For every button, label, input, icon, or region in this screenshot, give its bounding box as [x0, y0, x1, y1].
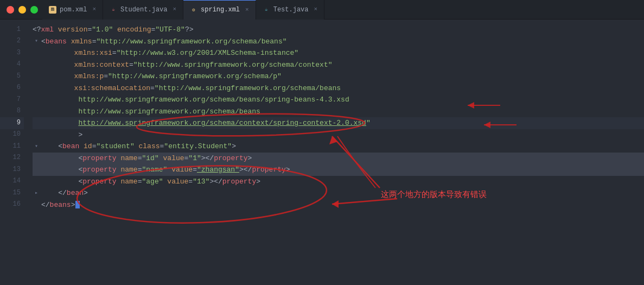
- code-line-6: xsi:schemaLocation="http://www.springfra…: [33, 83, 644, 94]
- tab-test-java-close[interactable]: ×: [314, 7, 318, 12]
- tab-spring-xml-close[interactable]: ×: [245, 7, 249, 13]
- line-num-1: 1: [0, 24, 24, 36]
- tab-test-java[interactable]: ☕ Test.java ×: [256, 0, 324, 20]
- annotation-text: 这两个地方的版本导致有错误: [381, 188, 487, 201]
- tab-test-java-label: Test.java: [273, 6, 309, 14]
- code-line-2: ▾<beans xmlns="http://www.springframewor…: [33, 36, 644, 48]
- line-num-7: 7: [0, 94, 24, 106]
- test-java-icon: ☕: [263, 6, 270, 14]
- line-num-4: 4: [0, 59, 24, 71]
- minimize-btn[interactable]: [18, 6, 26, 14]
- line-numbers: 1 2 3 4 5 6 7 8 9 10 11 12 13 14 15 16: [0, 20, 28, 285]
- code-line-14: <property name="age" value="13"></proper…: [33, 176, 644, 188]
- code-content[interactable]: <?xml version="1.0" encoding="UTF-8"?> ▾…: [28, 20, 644, 285]
- code-line-16: ▸</beans>: [33, 199, 644, 211]
- line-num-8: 8: [0, 106, 24, 118]
- code-line-5: xmlns:p="http://www.springframework.org/…: [33, 71, 644, 83]
- line-num-3: 3: [0, 47, 24, 59]
- tab-student-java-label: Student.java: [120, 6, 167, 14]
- line-num-5: 5: [0, 71, 24, 83]
- code-line-4: xmlns:context="http://www.springframewor…: [33, 59, 644, 71]
- tab-spring-xml-label: spring.xml: [201, 6, 240, 14]
- line-num-16: 16: [0, 199, 24, 211]
- pom-xml-icon: m: [49, 6, 56, 14]
- tab-bar: m pom.xml × ☕ Student.java × ⚙ spring.xm…: [0, 0, 644, 20]
- line-num-11: 11: [0, 141, 24, 153]
- tab-student-java-close[interactable]: ×: [173, 7, 176, 12]
- tab-pom-xml[interactable]: m pom.xml ×: [42, 0, 103, 20]
- code-line-3: xmlns:xsi="http://www.w3.org/2001/XMLSch…: [33, 47, 644, 59]
- code-line-10: >: [33, 129, 644, 141]
- tab-pom-xml-close[interactable]: ×: [92, 7, 96, 12]
- code-line-1: <?xml version="1.0" encoding="UTF-8"?>: [33, 24, 644, 36]
- code-line-11: ▾ <bean id="student" class="entity.Stude…: [33, 141, 644, 153]
- code-line-13: <property name="name" value="zhangsan"><…: [33, 164, 644, 176]
- student-java-icon: ☕: [110, 6, 117, 14]
- code-line-8: http://www.springframework.org/schema/be…: [33, 106, 644, 118]
- editor: 1 2 3 4 5 6 7 8 9 10 11 12 13 14 15 16 <…: [0, 20, 644, 285]
- line-num-10: 10: [0, 129, 24, 141]
- expand-btn[interactable]: [30, 6, 38, 14]
- fold-arrow-11[interactable]: ▾: [33, 143, 40, 150]
- code-line-15: ▸ </bean>: [33, 187, 644, 199]
- code-line-12: <property name="id" value="1"></property…: [33, 153, 644, 164]
- tab-spring-xml[interactable]: ⚙ spring.xml ×: [183, 0, 256, 20]
- line-num-14: 14: [0, 176, 24, 188]
- app-container: m pom.xml × ☕ Student.java × ⚙ spring.xm…: [0, 0, 644, 285]
- line-num-9: 9: [0, 117, 24, 129]
- line-num-6: 6: [0, 83, 24, 94]
- code-line-9: http://www.springframework.org/schema/co…: [33, 117, 644, 129]
- fold-arrow-15[interactable]: ▸: [33, 189, 40, 197]
- tab-student-java[interactable]: ☕ Student.java ×: [103, 0, 183, 20]
- close-btn[interactable]: [7, 6, 14, 14]
- window-controls: [2, 6, 42, 14]
- line-num-2: 2: [0, 36, 24, 48]
- line-num-12: 12: [0, 153, 24, 164]
- line-num-15: 15: [0, 187, 24, 199]
- spring-xml-icon: ⚙: [190, 6, 197, 14]
- tab-pom-xml-label: pom.xml: [60, 6, 87, 14]
- line-num-13: 13: [0, 164, 24, 176]
- code-line-7: http://www.springframework.org/schema/be…: [33, 94, 644, 106]
- fold-arrow-2[interactable]: ▾: [33, 37, 40, 45]
